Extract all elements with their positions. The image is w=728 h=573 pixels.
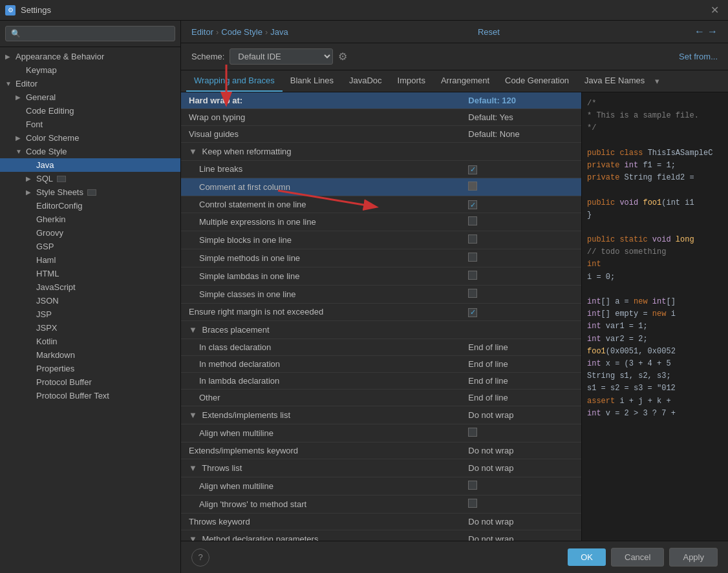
checkbox-align-multiline[interactable] [468, 428, 477, 437]
nav-back-button[interactable]: ← [694, 26, 705, 37]
checkbox-simple-methods[interactable] [468, 253, 477, 262]
sidebar-item-code-editing[interactable]: Code Editing [0, 104, 180, 118]
sidebar-item-appearance[interactable]: ▶ Appearance & Behavior [0, 50, 180, 63]
sidebar-item-gsp[interactable]: GSP [0, 240, 180, 253]
setting-checkbox[interactable] [463, 249, 581, 267]
sidebar-item-color-scheme[interactable]: ▶ Color Scheme [0, 131, 180, 145]
sidebar-item-protocol-buffer-text[interactable]: Protocol Buffer Text [0, 389, 180, 402]
sidebar-item-editorconfig[interactable]: EditorConfig [0, 199, 180, 213]
close-button[interactable]: ✕ [707, 3, 723, 17]
table-row[interactable]: Simple blocks in one line [181, 231, 581, 249]
reset-button[interactable]: Reset [478, 27, 500, 37]
table-row[interactable]: Simple methods in one line [181, 249, 581, 267]
setting-checkbox[interactable] [463, 196, 581, 213]
sidebar-item-label: Style Sheets [36, 187, 83, 197]
setting-checkbox[interactable] [463, 304, 581, 321]
sidebar-item-groovy[interactable]: Groovy [0, 226, 180, 240]
help-button[interactable]: ? [191, 548, 209, 567]
table-row[interactable]: Simple classes in one line [181, 286, 581, 304]
nav-forward-button[interactable]: → [707, 26, 718, 37]
checkbox-multiple-expr[interactable] [468, 216, 477, 225]
checkbox-throws-to-method[interactable] [468, 499, 477, 508]
setting-checkbox[interactable] [463, 286, 581, 304]
checkbox-right-margin[interactable] [468, 308, 477, 317]
checkbox-simple-classes[interactable] [468, 289, 477, 298]
tab-arrangement[interactable]: Arrangement [433, 70, 497, 92]
table-row[interactable]: Control statement in one line [181, 196, 581, 213]
setting-checkbox[interactable] [463, 178, 581, 196]
table-row[interactable]: ▼ Extends/implements list Do not wrap [181, 406, 581, 424]
sidebar-item-jsp[interactable]: JSP [0, 307, 180, 321]
sidebar-item-java[interactable]: Java [0, 158, 180, 172]
checkbox-simple-lambdas[interactable] [468, 271, 477, 280]
checkbox-line-breaks[interactable] [468, 165, 477, 174]
breadcrumb-editor[interactable]: Editor [191, 27, 213, 37]
breadcrumb-java[interactable]: Java [270, 27, 288, 37]
table-row[interactable]: In class declaration End of line [181, 339, 581, 355]
tab-code-generation[interactable]: Code Generation [497, 70, 577, 92]
sidebar-item-font[interactable]: Font [0, 118, 180, 131]
cancel-button[interactable]: Cancel [611, 548, 664, 567]
table-row[interactable]: ▼ Braces placement [181, 320, 581, 339]
tab-wrapping-braces[interactable]: Wrapping and Braces [186, 70, 283, 92]
sidebar-item-keymap[interactable]: Keymap [0, 63, 180, 77]
set-from-link[interactable]: Set from... [679, 52, 718, 61]
scheme-select[interactable]: Default IDE [230, 48, 333, 65]
sidebar-item-kotlin[interactable]: Kotlin [0, 335, 180, 348]
tab-blank-lines[interactable]: Blank Lines [283, 70, 341, 92]
table-row[interactable]: Extends/implements keyword Do not wrap [181, 442, 581, 459]
table-row[interactable]: In lambda declaration End of line [181, 372, 581, 389]
sidebar-item-jspx[interactable]: JSPX [0, 321, 180, 335]
sidebar-item-code-style[interactable]: ▼ Code Style [0, 145, 180, 158]
sidebar-item-markdown[interactable]: Markdown [0, 348, 180, 362]
setting-checkbox[interactable] [463, 267, 581, 286]
breadcrumb-code-style[interactable]: Code Style [221, 27, 262, 37]
tab-java-ee-names[interactable]: Java EE Names [577, 70, 652, 92]
table-row[interactable]: ▼ Throws list Do not wrap [181, 459, 581, 477]
table-row[interactable]: Align 'throws' to method start [181, 495, 581, 513]
tab-imports[interactable]: Imports [390, 70, 433, 92]
table-row[interactable]: ▼ Method declaration parameters Do not w… [181, 530, 581, 541]
table-row[interactable]: Throws keyword Do not wrap [181, 513, 581, 530]
sidebar-item-haml[interactable]: Haml [0, 253, 180, 267]
checkbox-comment-first-col[interactable] [468, 182, 477, 191]
table-row[interactable]: Wrap on typing Default: Yes [181, 109, 581, 126]
tab-javadoc[interactable]: JavaDoc [341, 70, 390, 92]
table-row[interactable]: Line breaks [181, 161, 581, 178]
table-row[interactable]: ▼ Keep when reformatting [181, 143, 581, 161]
table-row[interactable]: Multiple expressions in one line [181, 213, 581, 231]
table-row[interactable]: Simple lambdas in one line [181, 267, 581, 286]
setting-checkbox[interactable] [463, 231, 581, 249]
setting-checkbox[interactable] [463, 161, 581, 178]
ok-button[interactable]: OK [568, 548, 606, 566]
sidebar-item-protocol-buffer[interactable]: Protocol Buffer [0, 375, 180, 389]
tab-more-button[interactable]: ▾ [655, 76, 659, 86]
sidebar-item-html[interactable]: HTML [0, 267, 180, 280]
sidebar-item-style-sheets[interactable]: ▶ Style Sheets [0, 185, 180, 199]
apply-button[interactable]: Apply [669, 548, 718, 567]
sidebar-item-javascript[interactable]: JavaScript [0, 280, 180, 294]
table-row[interactable]: Ensure right margin is not exceeded [181, 304, 581, 321]
checkbox-throws-align-multiline[interactable] [468, 481, 477, 490]
sidebar-item-sql[interactable]: ▶ SQL [0, 172, 180, 185]
table-row[interactable]: Align when multiline [181, 477, 581, 495]
setting-checkbox[interactable] [463, 424, 581, 442]
sidebar-item-general[interactable]: ▶ General [0, 90, 180, 104]
setting-checkbox[interactable] [463, 213, 581, 231]
table-row[interactable]: Visual guides Default: None [181, 126, 581, 143]
table-row[interactable]: Comment at first column [181, 178, 581, 196]
sidebar-item-gherkin[interactable]: Gherkin [0, 213, 180, 226]
sidebar-item-editor[interactable]: ▼ Editor [0, 77, 180, 90]
table-row[interactable]: Other End of line [181, 389, 581, 406]
sidebar-item-json[interactable]: JSON [0, 294, 180, 307]
search-input[interactable] [5, 26, 175, 41]
table-row[interactable]: Align when multiline [181, 424, 581, 442]
table-row[interactable]: Hard wrap at: Default: 120 [181, 92, 581, 109]
sidebar-item-properties[interactable]: Properties [0, 362, 180, 375]
checkbox-simple-blocks[interactable] [468, 234, 477, 244]
gear-icon[interactable]: ⚙ [338, 50, 347, 63]
setting-checkbox[interactable] [463, 495, 581, 513]
checkbox-control-statement[interactable] [468, 200, 477, 209]
setting-checkbox[interactable] [463, 477, 581, 495]
table-row[interactable]: In method declaration End of line [181, 355, 581, 372]
